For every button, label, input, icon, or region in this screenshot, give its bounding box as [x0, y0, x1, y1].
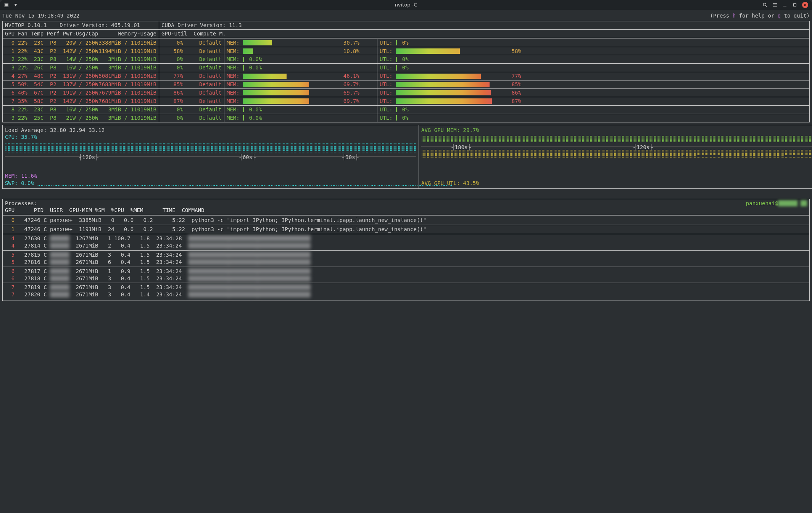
user-host: panxuehai@hostnm: [746, 200, 807, 207]
usage-bar: [243, 40, 338, 45]
terminal-body[interactable]: Tue Nov 15 19:18:49 2022 (Press h for he…: [0, 10, 812, 303]
gpu-row: 0 22% 23C P8 20W / 250W 3388MiB / 11019M…: [3, 38, 809, 47]
bar-tick: [243, 115, 244, 121]
usage-bar: [243, 98, 338, 104]
bar-tick: [396, 65, 397, 71]
hamburger-menu-icon[interactable]: [772, 2, 778, 8]
process-row: 6 27817 C userxx 2671MiB 1 0.9 1.5 23:34…: [5, 268, 807, 275]
process-row: 4 27814 C userxx 2671MiB 2 0.4 1.5 23:34…: [5, 242, 807, 249]
host-panels: Load Average: 32.80 32.94 33.12 CPU: 35.…: [2, 125, 810, 189]
terminal-icon: ▣: [4, 2, 9, 8]
gpu-table-header1: NVITOP 0.10.1 Driver Version: 465.19.01 …: [3, 21, 809, 29]
process-row: 5 27815 C userxx 2671MiB 3 0.4 1.5 23:34…: [5, 251, 807, 259]
chevron-down-icon[interactable]: ▾: [13, 2, 18, 8]
usage-bar: [396, 48, 506, 54]
maximize-icon[interactable]: [792, 2, 798, 8]
process-row: 0 47246 C panxue+ 3385MiB 0 0.0 0.2 5:22…: [5, 217, 807, 224]
usage-bar: [243, 82, 338, 87]
cpu-sparkline: ⣿⣿⣿⣿⣿⣿⣿⣿⣿⣿⣿⣿⣿⣿⣿⣿⣿⣿⣿⣿⣿⣿⣿⣿⣿⣿⣿⣿⣿⣿⣿⣿⣿⣿⣿⣿⣿⣿⣿⣿…: [5, 143, 416, 167]
processes-title: Processes:: [5, 200, 37, 207]
window-titlebar: ▣ ▾ nvitop -C: [0, 0, 812, 10]
bar-tick: [396, 57, 397, 62]
usage-bar: [243, 90, 338, 95]
swp-usage: SWP: 0.0%: [5, 180, 34, 186]
svg-point-0: [763, 3, 766, 6]
usage-bar: [396, 74, 506, 79]
gpu-row: 7 35% 58C P2 142W / 250W 7681MiB / 11019…: [3, 97, 809, 105]
svg-rect-6: [794, 4, 796, 6]
mem-usage: MEM: 11.6%: [5, 172, 416, 180]
process-row: 6 27818 C userxx 2671MiB 3 0.4 1.5 23:34…: [5, 275, 807, 282]
minimize-icon[interactable]: [782, 2, 788, 8]
gpu-avg-panel: AVG GPU MEM: 29.7% ⣿⣿⣿⣿⣿⣿⣿⣿⣿⣿⣿⣿⣿⣿⣿⣿⣿⣿⣿⣿⣿…: [419, 125, 812, 189]
cpu-usage: CPU: 35.7%: [5, 133, 416, 141]
gpu-row: 5 50% 54C P2 137W / 250W 7683MiB / 11019…: [3, 80, 809, 88]
svg-line-1: [766, 6, 767, 7]
avg-gpu-utl: AVG GPU UTL: 43.5%: [421, 180, 812, 187]
usage-bar: [243, 48, 338, 54]
process-row: 1 47246 C panxue+ 1191MiB 24 0.0 0.2 5:2…: [5, 226, 807, 233]
cpu-axis: ┤120s├┤60s├┤30s├: [5, 154, 416, 160]
load-average: Load Average: 32.80 32.94 33.12: [5, 127, 416, 134]
gpu-row: 4 27% 48C P2 131W / 250W 5081MiB / 11019…: [3, 72, 809, 80]
datetime: Tue Nov 15 19:18:49 2022: [2, 12, 79, 19]
close-icon[interactable]: [802, 2, 808, 8]
process-row: 4 27630 C userxx 1267MiB 1 100.7 1.8 23:…: [5, 235, 807, 242]
usage-bar: [243, 74, 338, 79]
bar-tick: [396, 40, 397, 45]
bar-tick: [396, 107, 397, 112]
process-row: 5 27816 C userxx 2671MiB 6 0.4 1.5 23:34…: [5, 259, 807, 266]
search-icon[interactable]: [762, 2, 768, 8]
process-row: 7 27819 C userxx 2671MiB 3 0.4 1.5 23:34…: [5, 284, 807, 291]
app-window: ▣ ▾ nvitop -C Tue Nov 15 19:18:49 20: [0, 0, 812, 513]
gpu-table: NVITOP 0.10.1 Driver Version: 465.19.01 …: [2, 21, 810, 122]
bar-tick: [243, 107, 244, 112]
cpu-panel: Load Average: 32.80 32.94 33.12 CPU: 35.…: [2, 125, 419, 189]
gpu-row: 3 22% 26C P8 16W / 250W 3MiB / 11019MiB0…: [3, 63, 809, 72]
gpu-row: 1 22% 43C P2 142W / 250W 1194MiB / 11019…: [3, 47, 809, 55]
process-table: Processes: panxuehai@hostnm GPU PID USER…: [2, 199, 810, 301]
avg-gpu-mem: AVG GPU MEM: 29.7%: [421, 127, 812, 134]
bar-tick: [243, 65, 244, 71]
gpu-row: 8 22% 23C P8 16W / 250W 3MiB / 11019MiB0…: [3, 105, 809, 114]
gpu-row: 2 22% 23C P8 14W / 250W 3MiB / 11019MiB0…: [3, 55, 809, 63]
bar-tick: [243, 57, 244, 62]
bar-tick: [396, 115, 397, 121]
gpu-axis: ┤180s├┤120s├┤60s├┤30s├: [421, 144, 812, 150]
usage-bar: [396, 90, 506, 95]
gpu-row: 6 40% 67C P2 191W / 250W 7679MiB / 11019…: [3, 88, 809, 97]
process-row: 7 27820 C userxx 2671MiB 3 0.4 1.4 23:34…: [5, 291, 807, 298]
quit-hint: (Press h for help or q to quit): [710, 12, 810, 19]
gpu-row: 9 22% 25C P8 21W / 250W 3MiB / 11019MiB0…: [3, 114, 809, 122]
usage-bar: [396, 98, 506, 104]
gpu-table-header2: GPU Fan Temp Perf Pwr:Usg/Cap Memory-Usa…: [3, 29, 809, 38]
process-columns: GPU PID USER GPU-MEM %SM %CPU %MEM TIME …: [5, 207, 807, 214]
gpu-avg-sparkline: ⣿⣿⣿⣿⣿⣿⣿⣿⣿⣿⣿⣿⣿⣿⣿⣿⣿⣿⣿⣿⣿⣿⣿⣿⣿⣿⣿⣿⣿⣿⣿⣿⣿⣿⣿⣿⣿⣿⣿⣿…: [421, 136, 812, 160]
usage-bar: [396, 82, 506, 87]
window-title: nvitop -C: [0, 2, 812, 8]
